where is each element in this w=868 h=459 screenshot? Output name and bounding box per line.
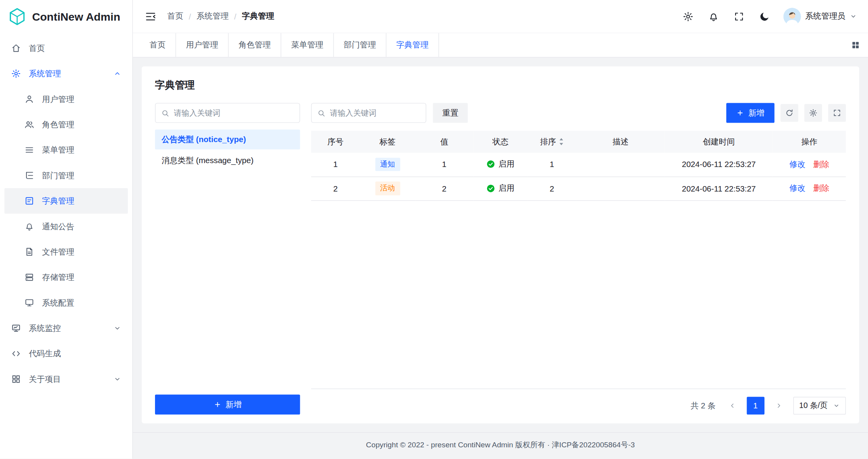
sidebar-group-system-monitor[interactable]: 系统监控 [4,315,128,341]
edit-link[interactable]: 修改 [789,160,805,169]
app-logo[interactable]: ContiNew Admin [0,0,132,33]
tab-menu-management[interactable]: 菜单管理 [281,33,334,57]
table-fullscreen-button[interactable] [828,104,846,121]
sidebar-item-role-management[interactable]: 角色管理 [4,112,128,137]
search-icon [161,109,169,117]
sidebar-item-storage-management[interactable]: 存储管理 [4,265,128,290]
tab-label: 部门管理 [344,40,376,50]
col-header-status: 状态 [473,130,527,153]
plus-icon [736,109,744,117]
breadcrumb: 首页 / 系统管理 / 字典管理 [167,11,274,21]
dict-item-label: 公告类型 (notice_type) [162,134,246,145]
dict-item-label: 消息类型 (message_type) [162,155,254,166]
next-page-button[interactable] [770,397,787,415]
sidebar-group-system-management[interactable]: 系统管理 [4,61,128,86]
sidebar-item-system-config[interactable]: 系统配置 [4,290,128,315]
tab-department-management[interactable]: 部门管理 [334,33,386,57]
item-search-input[interactable] [330,109,420,118]
tab-label: 菜单管理 [291,40,323,50]
cell-created-at: 2024-06-11 22:53:27 [665,176,773,200]
sidebar-item-label: 系统管理 [29,69,61,79]
sort-carets-icon[interactable] [558,137,564,146]
tab-role-management[interactable]: 角色管理 [229,33,281,57]
breadcrumb-separator: / [234,12,236,21]
tab-dict-management[interactable]: 字典管理 [386,33,439,57]
tab-list-button[interactable] [843,33,868,57]
chevron-right-icon [775,402,783,410]
reset-button[interactable]: 重置 [433,103,468,123]
refresh-icon [785,109,794,118]
cell-description [576,153,665,176]
user-menu[interactable]: 系统管理员 [783,7,857,25]
sidebar-item-menu-management[interactable]: 菜单管理 [4,137,128,163]
table-row: 2 活动 2 启用 [311,176,846,200]
sidebar-collapse-button[interactable] [143,9,158,24]
gear-icon [809,109,818,118]
cell-index: 1 [311,153,360,176]
display-icon [25,298,35,308]
cell-sort: 2 [528,176,576,200]
edit-link[interactable]: 修改 [789,184,805,193]
app-window: ContiNew Admin 首页 系统管理 用户管理 角色管理 [0,0,868,459]
search-icon [317,109,326,117]
cell-value: 2 [415,176,473,200]
sidebar-item-file-management[interactable]: 文件管理 [4,239,128,264]
tab-label: 角色管理 [239,40,271,50]
prev-page-button[interactable] [723,397,741,415]
chevron-down-icon [850,13,857,20]
sidebar-item-notice[interactable]: 通知公告 [4,214,128,239]
add-item-button[interactable]: 新增 [726,103,775,123]
tab-label: 用户管理 [186,40,218,50]
status-success-icon [486,160,495,168]
sidebar-item-label: 存储管理 [42,272,74,283]
sidebar-item-user-management[interactable]: 用户管理 [4,86,128,112]
dict-search-input[interactable] [174,109,294,118]
sidebar-item-code-generation[interactable]: 代码生成 [4,341,128,366]
dictionary-icon [25,196,35,206]
dark-mode-toggle[interactable] [757,10,771,23]
tree-icon [25,171,35,181]
sidebar-item-home[interactable]: 首页 [4,35,128,61]
fullscreen-button[interactable] [732,10,745,23]
col-header-sort[interactable]: 排序 [528,130,576,153]
col-header-index: 序号 [311,130,360,153]
refresh-button[interactable] [780,104,798,121]
add-dict-button[interactable]: 新增 [155,395,300,415]
sidebar-item-label: 字典管理 [42,196,74,206]
delete-link[interactable]: 删除 [813,184,829,193]
expand-icon [833,109,842,118]
settings-button[interactable] [681,10,694,23]
notifications-button[interactable] [707,10,720,23]
breadcrumb-item[interactable]: 系统管理 [197,11,229,21]
col-header-sort-label: 排序 [540,136,556,147]
page-title: 字典管理 [155,79,846,92]
cell-status: 启用 [473,176,527,200]
table-row: 1 通知 1 启用 [311,153,846,176]
sidebar-item-dict-management[interactable]: 字典管理 [4,188,128,213]
toolbar-right: 新增 [726,103,846,123]
dict-add-area: 新增 [155,395,300,415]
col-header-actions: 操作 [773,130,846,153]
dict-item-message-type[interactable]: 消息类型 (message_type) [155,151,300,171]
cell-actions: 修改删除 [773,176,846,200]
menu-lines-icon [25,145,35,155]
tab-user-management[interactable]: 用户管理 [176,33,229,57]
sidebar-group-about-project[interactable]: 关于项目 [4,366,128,392]
page-1-button[interactable]: 1 [747,397,764,415]
sidebar-item-department-management[interactable]: 部门管理 [4,163,128,188]
sidebar-item-label: 首页 [29,43,45,53]
breadcrumb-item[interactable]: 首页 [167,11,183,21]
dict-item-notice-type[interactable]: 公告类型 (notice_type) [155,130,300,149]
status-label: 启用 [498,183,514,193]
delete-link[interactable]: 删除 [813,160,829,169]
pagination: 共 2 条 1 10 条/页 [311,397,846,415]
dict-list: 公告类型 (notice_type) 消息类型 (message_type) [155,130,300,171]
item-search-box [311,103,426,123]
sidebar-item-label: 用户管理 [42,94,74,104]
sidebar-item-label: 文件管理 [42,246,74,257]
cell-description [576,176,665,200]
tab-home[interactable]: 首页 [139,33,176,57]
table-settings-button[interactable] [805,104,822,121]
top-header: 首页 / 系统管理 / 字典管理 [133,0,868,33]
page-size-select[interactable]: 10 条/页 [793,397,846,415]
